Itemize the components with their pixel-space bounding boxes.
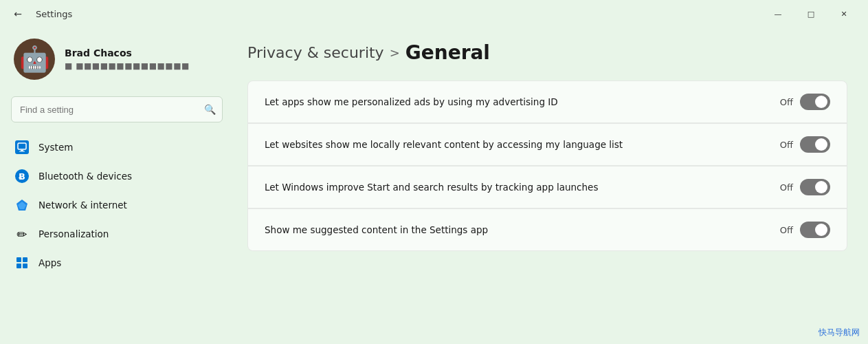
user-email: ■ ■■■■■■■■■■■■■■ bbox=[65, 61, 190, 71]
title-bar: ← Settings — □ ✕ bbox=[0, 0, 868, 28]
avatar: 🤖 bbox=[14, 39, 55, 80]
user-profile[interactable]: 🤖 Brad Chacos ■ ■■■■■■■■■■■■■■ bbox=[5, 28, 228, 94]
svg-rect-6 bbox=[23, 257, 27, 262]
setting-label-advertising-id: Let apps show me personalized ads by usi… bbox=[265, 96, 766, 109]
title-bar-left: ← Settings bbox=[8, 4, 762, 23]
breadcrumb-parent[interactable]: Privacy & security bbox=[247, 44, 384, 61]
breadcrumb-current: General bbox=[405, 41, 490, 64]
toggle-thumb-advertising-id bbox=[815, 96, 827, 108]
setting-label-language-list: Let websites show me locally relevant co… bbox=[265, 138, 766, 151]
sidebar-item-network[interactable]: Network & internet bbox=[5, 191, 228, 219]
sidebar-item-personalization-label: Personalization bbox=[38, 228, 109, 239]
toggle-track-launches[interactable] bbox=[800, 179, 830, 195]
apps-icon bbox=[15, 256, 29, 270]
setting-right-language-list: Off bbox=[780, 136, 830, 153]
sidebar-item-system[interactable]: System bbox=[5, 133, 228, 161]
watermark: 快马导航网 bbox=[819, 327, 860, 338]
search-box: 🔍 bbox=[11, 96, 223, 122]
setting-label-track-launches: Let Windows improve Start and search res… bbox=[265, 181, 766, 194]
window-controls: — □ ✕ bbox=[762, 3, 860, 25]
sidebar-item-apps[interactable]: Apps bbox=[5, 249, 228, 277]
bluetooth-icon: Ƀ bbox=[15, 169, 29, 183]
search-input[interactable] bbox=[11, 96, 223, 122]
toggle-suggested-content[interactable] bbox=[800, 222, 830, 238]
avatar-image: 🤖 bbox=[19, 47, 50, 72]
user-info: Brad Chacos ■ ■■■■■■■■■■■■■■ bbox=[65, 47, 190, 71]
setting-item-language-list: Let websites show me locally relevant co… bbox=[247, 123, 847, 166]
maximize-button[interactable]: □ bbox=[795, 3, 827, 25]
settings-list: Let apps show me personalized ads by usi… bbox=[247, 80, 847, 251]
setting-status-track-launches: Off bbox=[780, 182, 793, 193]
svg-rect-7 bbox=[16, 264, 21, 268]
sidebar-item-personalization[interactable]: ✏️ Personalization bbox=[5, 220, 228, 248]
sidebar-item-bluetooth[interactable]: Ƀ Bluetooth & devices bbox=[5, 162, 228, 190]
setting-right-advertising-id: Off bbox=[780, 94, 830, 110]
minimize-button[interactable]: — bbox=[762, 3, 794, 25]
breadcrumb-separator: > bbox=[390, 45, 400, 60]
system-icon bbox=[15, 140, 29, 154]
network-icon bbox=[15, 198, 29, 212]
personalization-icon: ✏️ bbox=[15, 227, 29, 241]
toggle-language-list[interactable] bbox=[800, 136, 830, 153]
toggle-advertising-id[interactable] bbox=[800, 94, 830, 110]
toggle-thumb-language-list bbox=[815, 138, 827, 151]
svg-rect-5 bbox=[16, 257, 21, 262]
app-body: 🤖 Brad Chacos ■ ■■■■■■■■■■■■■■ 🔍 bbox=[0, 28, 868, 344]
user-name: Brad Chacos bbox=[65, 47, 190, 58]
sidebar-item-network-label: Network & internet bbox=[38, 200, 127, 211]
sidebar-item-bluetooth-label: Bluetooth & devices bbox=[38, 171, 132, 182]
setting-right-track-launches: Off bbox=[780, 179, 830, 195]
sidebar: 🤖 Brad Chacos ■ ■■■■■■■■■■■■■■ 🔍 bbox=[0, 28, 234, 344]
sidebar-item-system-label: System bbox=[38, 142, 73, 153]
setting-right-suggested-content: Off bbox=[780, 222, 830, 238]
setting-item-track-launches: Let Windows improve Start and search res… bbox=[247, 166, 847, 208]
main-content: Privacy & security > General Let apps sh… bbox=[234, 28, 868, 344]
breadcrumb: Privacy & security > General bbox=[247, 41, 847, 64]
setting-status-advertising-id: Off bbox=[780, 97, 793, 107]
setting-label-suggested-content: Show me suggested content in the Setting… bbox=[265, 224, 766, 237]
setting-item-suggested-content: Show me suggested content in the Setting… bbox=[247, 208, 847, 251]
setting-item-advertising-id: Let apps show me personalized ads by usi… bbox=[247, 80, 847, 123]
svg-rect-2 bbox=[19, 151, 25, 152]
svg-rect-0 bbox=[18, 143, 26, 149]
app-title: Settings bbox=[36, 9, 72, 19]
svg-rect-8 bbox=[23, 264, 27, 268]
toggle-thumb-track-launches bbox=[815, 181, 827, 193]
svg-rect-1 bbox=[21, 150, 23, 151]
sidebar-item-apps-label: Apps bbox=[38, 257, 61, 268]
close-button[interactable]: ✕ bbox=[828, 3, 860, 25]
back-button[interactable]: ← bbox=[8, 4, 27, 23]
setting-status-suggested-content: Off bbox=[780, 225, 793, 235]
toggle-thumb-suggested-content bbox=[815, 224, 827, 236]
setting-status-language-list: Off bbox=[780, 140, 793, 150]
